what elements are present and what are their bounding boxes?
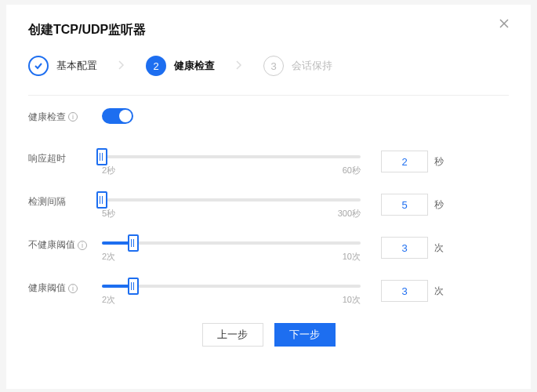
slider-track: [102, 285, 361, 288]
value-input-unhealthy_threshold[interactable]: [381, 237, 428, 259]
check-icon: [28, 56, 49, 76]
divider: [28, 95, 509, 96]
chevron-right-icon: [235, 60, 243, 73]
dialog-title: 创建TCP/UDP监听器: [28, 22, 509, 38]
slider-max-label: 60秒: [343, 165, 361, 176]
slider-handle[interactable]: [96, 191, 107, 209]
step-label: 基本配置: [56, 59, 97, 73]
slider-max-label: 10次: [343, 294, 361, 306]
slider-unhealthy_threshold[interactable]: 2次10次: [102, 237, 361, 263]
slider-track: [102, 198, 361, 201]
step-number: 2: [146, 56, 166, 76]
info-icon[interactable]: i: [68, 284, 78, 293]
value-box: 次: [381, 237, 444, 259]
value-box: 秒: [381, 151, 444, 172]
slider-row-check_interval: 检测间隔5秒300秒秒: [28, 194, 509, 220]
chevron-right-icon: [118, 60, 125, 73]
slider-min-label: 5秒: [102, 208, 115, 220]
prev-button[interactable]: 上一步: [202, 323, 263, 347]
step-number: 3: [263, 56, 284, 76]
slider-response_timeout[interactable]: 2秒60秒: [102, 151, 361, 176]
slider-handle[interactable]: [96, 148, 107, 165]
info-icon[interactable]: i: [68, 112, 78, 122]
field-label: 不健康阈值i: [28, 237, 102, 252]
value-input-healthy_threshold[interactable]: [381, 280, 428, 302]
slider-min-label: 2次: [102, 294, 115, 306]
healthcheck-toggle-row: 健康检查 i: [28, 108, 509, 124]
unit-label: 秒: [434, 198, 444, 212]
slider-handle[interactable]: [128, 234, 139, 252]
step-label: 会话保持: [292, 59, 332, 73]
slider-row-response_timeout: 响应超时2秒60秒秒: [28, 151, 509, 176]
field-label: 健康阈值i: [28, 280, 102, 295]
slider-max-label: 10次: [343, 251, 361, 263]
slider-check_interval[interactable]: 5秒300秒: [102, 194, 361, 220]
close-button[interactable]: [499, 19, 513, 33]
value-box: 次: [381, 280, 444, 302]
info-icon[interactable]: i: [78, 241, 87, 250]
slider-max-label: 300秒: [338, 208, 361, 220]
field-label: 健康检查 i: [28, 109, 102, 124]
healthcheck-toggle[interactable]: [102, 108, 133, 124]
dialog-footer: 上一步 下一步: [28, 323, 509, 347]
slider-min-label: 2次: [102, 251, 115, 263]
create-listener-dialog: 创建TCP/UDP监听器 基本配置 2 健康检查 3 会话保持 健康检查 i: [6, 5, 531, 389]
unit-label: 次: [434, 241, 444, 255]
step-label: 健康检查: [174, 59, 215, 73]
value-input-check_interval[interactable]: [381, 194, 428, 216]
slider-track: [102, 155, 361, 158]
slider-min-label: 2秒: [102, 165, 115, 176]
slider-row-healthy_threshold: 健康阈值i2次10次次: [28, 280, 509, 306]
slider-track: [102, 241, 361, 245]
value-input-response_timeout[interactable]: [381, 151, 428, 172]
slider-healthy_threshold[interactable]: 2次10次: [102, 280, 361, 306]
field-label: 响应超时: [28, 151, 102, 165]
step-basic-config: 基本配置: [28, 56, 97, 76]
step-indicator: 基本配置 2 健康检查 3 会话保持: [28, 56, 509, 76]
next-button[interactable]: 下一步: [274, 323, 336, 347]
step-session-persistence: 3 会话保持: [263, 56, 332, 76]
unit-label: 秒: [434, 155, 444, 169]
slider-row-unhealthy_threshold: 不健康阈值i2次10次次: [28, 237, 509, 263]
step-health-check: 2 健康检查: [146, 56, 215, 76]
slider-handle[interactable]: [128, 278, 139, 295]
unit-label: 次: [434, 285, 444, 298]
field-label: 检测间隔: [28, 194, 102, 209]
value-box: 秒: [381, 194, 444, 216]
